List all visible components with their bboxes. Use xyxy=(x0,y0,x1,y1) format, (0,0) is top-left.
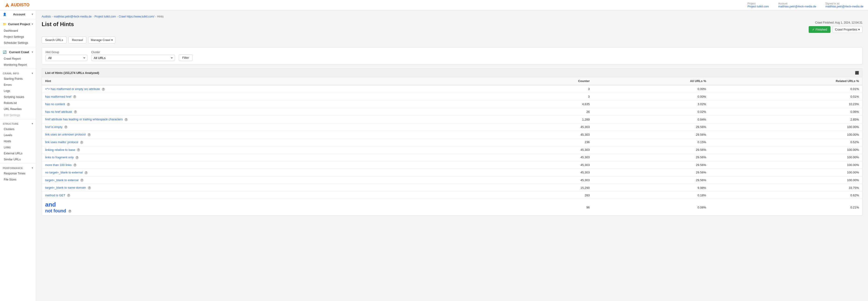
sidebar-item-links[interactable]: Links xyxy=(0,144,36,150)
project-link[interactable]: Project tutkit.com xyxy=(747,5,769,8)
manage-crawl-button[interactable]: Manage Crawl ▾ xyxy=(88,36,116,44)
sidebar-item-url-rewrites[interactable]: URL Rewrites xyxy=(0,106,36,112)
hint-help-icon[interactable]: ? xyxy=(74,110,77,113)
sidebar-item-similar-urls[interactable]: Similar URLs xyxy=(0,157,36,163)
sidebar-item-robots-txt[interactable]: Robots.txt xyxy=(0,100,36,106)
hint-cell: <*> has malformed or empty src attribute… xyxy=(42,85,500,93)
hint-link[interactable]: not found xyxy=(45,208,66,213)
sidebar-item-levels[interactable]: Levels xyxy=(0,132,36,138)
project-icon: 📁 xyxy=(3,22,6,26)
hint-link[interactable]: method is GET xyxy=(45,193,65,197)
sidebar-item-dashboard[interactable]: Dashboard xyxy=(0,28,36,34)
hint-help-icon[interactable]: ? xyxy=(88,186,91,190)
export-icon[interactable]: ⬛ xyxy=(855,71,859,75)
sidebar-structure-header[interactable]: Structure ▾ xyxy=(0,120,36,126)
sidebar-performance-header[interactable]: Performance ▾ xyxy=(0,165,36,170)
hint-cell: has no content ? xyxy=(42,101,500,108)
cluster-select[interactable]: All URLs xyxy=(91,55,175,61)
table-row: no target=_blank to external ? 45,303 29… xyxy=(42,169,862,176)
table-row: method is GET ? 283 0.18% 0.62% xyxy=(42,191,862,199)
hint-help-icon[interactable]: ? xyxy=(88,133,91,136)
hint-help-icon[interactable]: ? xyxy=(73,95,76,99)
breadcrumb-account[interactable]: matthias.petri@4eck-media.de xyxy=(54,15,92,18)
account-link[interactable]: matthias.petri@4eck-media.de xyxy=(778,5,816,8)
finished-button[interactable]: Finished xyxy=(809,26,831,33)
hint-cell: no target=_blank to external ? xyxy=(42,169,500,176)
all-urls-pct-cell: 0.18% xyxy=(593,191,709,199)
hint-cell: linking relative to base ? xyxy=(42,146,500,154)
search-urls-button[interactable]: Search URLs xyxy=(42,36,67,44)
table-row: has no href attribute ? 26 0.02% 0.06% xyxy=(42,108,862,116)
hint-help-icon[interactable]: ? xyxy=(80,141,83,144)
sidebar-current-crawl-header[interactable]: 🔄 Current Crawl ▾ xyxy=(0,48,36,56)
hint-help-icon[interactable]: ? xyxy=(77,148,80,152)
header-buttons: Finished Crawl Properties ▾ xyxy=(809,26,862,33)
crawl-properties-button[interactable]: Crawl Properties ▾ xyxy=(832,26,862,33)
all-urls-pct-cell: 29.56% xyxy=(593,131,709,138)
signedin-link[interactable]: matthias.petri@4eck-media.de xyxy=(826,5,863,8)
hint-help-icon[interactable]: ? xyxy=(73,163,76,167)
breadcrumb-crawl[interactable]: Crawl https://www.tutkit.com/ xyxy=(119,15,154,18)
top-nav-info: Project Project tutkit.com Account matth… xyxy=(747,2,863,8)
sidebar-item-logs[interactable]: Logs xyxy=(0,88,36,94)
all-urls-pct-cell: 0.15% xyxy=(593,138,709,146)
related-urls-pct-cell: 0.01% xyxy=(709,93,862,101)
sidebar-current-project-header[interactable]: 📁 Current Project ▾ xyxy=(0,20,36,28)
sidebar-account-header[interactable]: 👤 Account ▾ xyxy=(0,10,36,18)
counter-cell: 3 xyxy=(500,93,593,101)
sidebar-item-response-times[interactable]: Response Times xyxy=(0,170,36,176)
sidebar-item-crawl-report[interactable]: Crawl Report xyxy=(0,56,36,62)
hint-help-icon[interactable]: ? xyxy=(85,171,88,174)
sidebar-item-clusters[interactable]: Clusters xyxy=(0,126,36,132)
sidebar-item-scheduler-settings[interactable]: Scheduler Settings xyxy=(0,40,36,46)
counter-cell: 45,303 xyxy=(500,169,593,176)
table-row: has no content ? 4,635 3.02% 10.23% xyxy=(42,101,862,108)
table-row: target=_blank to same domain ? 15,290 9.… xyxy=(42,184,862,192)
sidebar-crawl-info-header[interactable]: Crawl Info ▾ xyxy=(0,70,36,76)
filter-button[interactable]: Filter xyxy=(179,54,192,61)
page-header-right: Crawl Finished: Aug 1, 2024, 12:04:31 Fi… xyxy=(809,21,862,33)
hint-link[interactable]: <*> has malformed or empty src attribute xyxy=(45,87,100,91)
all-urls-pct-cell: 29.56% xyxy=(593,123,709,131)
all-urls-pct-cell: 9.98% xyxy=(593,184,709,192)
table-row: href is empty ? 45,303 29.56% 100.00% xyxy=(42,123,862,131)
sidebar-item-external-urls[interactable]: External URLs xyxy=(0,150,36,157)
hints-table-container: List of Hints (153,274 URLs Analyzed) ⬛ … xyxy=(42,68,862,216)
sidebar-item-scripting-issues[interactable]: Scripting Issues xyxy=(0,94,36,100)
hint-help-icon[interactable]: ? xyxy=(68,210,71,213)
counter-cell: 15,290 xyxy=(500,184,593,192)
sidebar-item-edit-settings[interactable]: Edit Settings xyxy=(0,112,36,118)
hint-help-icon[interactable]: ? xyxy=(64,126,67,129)
counter-cell: 45,303 xyxy=(500,123,593,131)
hint-cell: link uses an unknown protocol ? xyxy=(42,131,500,138)
logo[interactable]: AUDISTO xyxy=(5,3,30,8)
related-urls-pct-cell: 100.00% xyxy=(709,146,862,154)
hint-help-icon[interactable]: ? xyxy=(102,88,105,91)
top-navigation: AUDISTO Project Project tutkit.com Accou… xyxy=(0,0,868,10)
recrawl-button[interactable]: Recrawl xyxy=(68,36,86,44)
hint-help-icon[interactable]: ? xyxy=(67,194,70,197)
hint-help-icon[interactable]: ? xyxy=(80,179,84,182)
sidebar-item-project-settings[interactable]: Project Settings xyxy=(0,34,36,40)
table-row: target=_blank to external ? 45,303 29.56… xyxy=(42,176,862,184)
hint-help-icon[interactable]: ? xyxy=(67,103,70,106)
hint-link[interactable]: and xyxy=(45,201,497,208)
breadcrumb-project[interactable]: Project tutkit.com xyxy=(94,15,116,18)
chevron-icon-project: ▾ xyxy=(32,23,33,26)
hint-group-select[interactable]: All xyxy=(45,55,88,61)
counter-cell: 1,289 xyxy=(500,116,593,124)
sidebar-item-starting-points[interactable]: Starting Points xyxy=(0,76,36,82)
sidebar: 👤 Account ▾ 📁 Current Project ▾ Dashboar… xyxy=(0,10,36,301)
sidebar-item-file-sizes[interactable]: File Sizes xyxy=(0,176,36,183)
all-urls-pct-cell: 0.84% xyxy=(593,116,709,124)
breadcrumb-audisto[interactable]: Audisto xyxy=(42,15,51,18)
related-urls-pct-cell: 0.52% xyxy=(709,138,862,146)
hint-help-icon[interactable]: ? xyxy=(75,156,79,159)
sidebar-item-monitoring-report[interactable]: Monitoring Report xyxy=(0,62,36,68)
sidebar-item-hosts[interactable]: Hosts xyxy=(0,138,36,144)
related-urls-pct-cell: 0.06% xyxy=(709,108,862,116)
hint-help-icon[interactable]: ? xyxy=(124,118,128,121)
sidebar-item-errors[interactable]: Errors xyxy=(0,82,36,88)
project-info: Project Project tutkit.com xyxy=(747,2,769,8)
user-icon: 👤 xyxy=(3,12,6,16)
